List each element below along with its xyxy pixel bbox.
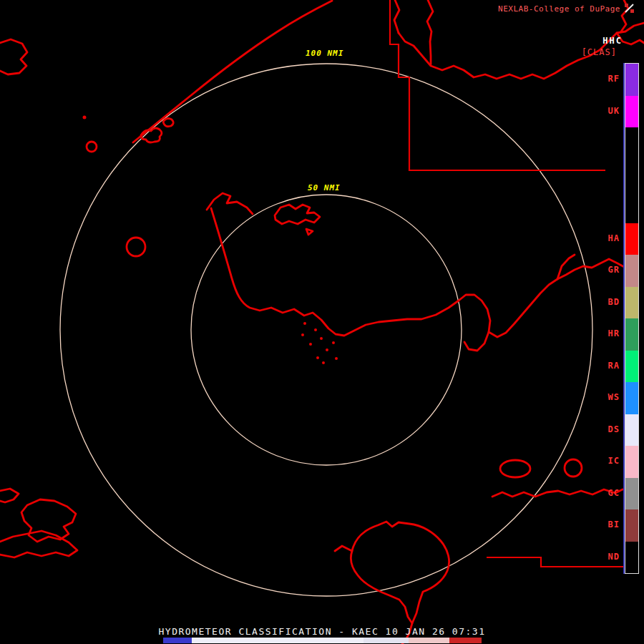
classification-legend: RF UK HA GR BD HR RA WS DS IC GC BI ND xyxy=(602,63,639,574)
range-rings xyxy=(60,64,592,596)
legend-swatch xyxy=(625,223,638,255)
legend-swatch xyxy=(625,160,638,192)
legend-swatch xyxy=(625,414,638,447)
legend-label-bi: BI xyxy=(602,509,620,541)
coastline-outlines xyxy=(0,0,644,644)
range-ring-inner xyxy=(191,195,462,465)
range-label-100nmi: 100 NMI xyxy=(303,48,346,59)
legend-swatch xyxy=(625,446,638,478)
legend-swatch xyxy=(625,127,638,160)
legend-label-ha: HA xyxy=(602,223,620,255)
radar-display: 100 NMI 50 NMI NEXLAB-College of DuPage … xyxy=(0,0,644,644)
legend-swatch xyxy=(625,478,638,510)
legend-swatch xyxy=(625,542,638,574)
footer-colorbar-segment xyxy=(163,638,192,643)
legend-label-gc: GC xyxy=(602,477,620,509)
footer-colorbar-segment xyxy=(364,638,408,643)
legend-label-blank xyxy=(602,127,620,159)
footer-colorbar xyxy=(163,638,482,643)
legend-label-nd: ND xyxy=(602,541,620,573)
legend-swatch xyxy=(625,382,638,414)
product-code: HHC xyxy=(602,36,623,46)
legend-colorbar xyxy=(625,63,639,574)
product-title: HYDROMETEOR CLASSIFICATION - KAEC 10 JAN… xyxy=(0,626,644,637)
legend-label-uk: UK xyxy=(602,95,620,127)
legend-swatch xyxy=(625,191,638,223)
legend-label-blank xyxy=(602,190,620,223)
footer-colorbar-segment xyxy=(192,638,364,643)
legend-labels: RF UK HA GR BD HR RA WS DS IC GC BI ND xyxy=(602,63,620,572)
footer-colorbar-segment xyxy=(409,638,450,643)
range-label-50nmi: 50 NMI xyxy=(306,182,343,193)
legend-label-bd: BD xyxy=(602,286,620,318)
legend-label-gr: GR xyxy=(602,254,620,286)
brand-text: NEXLAB-College of DuPage xyxy=(498,4,620,14)
legend-swatch xyxy=(625,318,638,351)
legend-swatch xyxy=(625,351,638,383)
legend-label-hr: HR xyxy=(602,318,620,350)
legend-label-ic: IC xyxy=(602,445,620,477)
footer-colorbar-segment xyxy=(449,638,482,643)
island-specks xyxy=(83,116,338,365)
nexlab-logo-icon xyxy=(624,3,635,14)
radar-map xyxy=(0,0,644,644)
legend-label-blank xyxy=(602,159,620,191)
legend-label-ws: WS xyxy=(602,381,620,414)
legend-swatch xyxy=(625,64,638,96)
legend-swatch xyxy=(625,96,638,128)
legend-swatch xyxy=(625,509,638,542)
legend-label-ra: RA xyxy=(602,350,620,382)
county-boundaries xyxy=(390,0,625,567)
legend-label-ds: DS xyxy=(602,414,620,446)
legend-swatch xyxy=(625,255,638,287)
range-ring-outer xyxy=(60,64,592,596)
product-mode: [CLAS] xyxy=(582,47,617,57)
legend-label-rf: RF xyxy=(602,63,620,95)
legend-swatch xyxy=(625,287,638,319)
